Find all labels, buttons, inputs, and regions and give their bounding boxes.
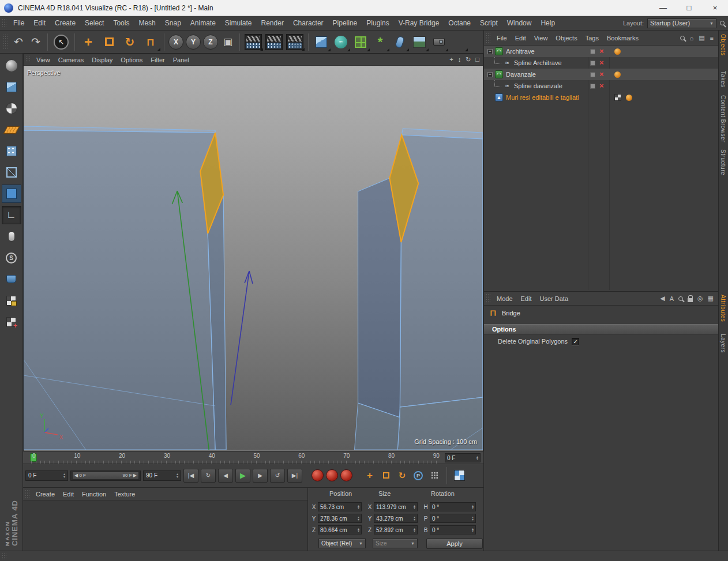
size-x-field[interactable]: X 113.979 cm▴▾: [367, 502, 418, 511]
search-icon[interactable]: [720, 21, 725, 25]
object-row-davanzale[interactable]: − ◠ Davanzale ×: [484, 69, 718, 80]
current-frame-field[interactable]: 0 F ▴▾: [445, 453, 481, 462]
move-tool-button[interactable]: +: [78, 33, 99, 51]
add-deformer-button[interactable]: [390, 32, 410, 52]
zoom-view-icon[interactable]: ↕: [458, 56, 461, 63]
size-mode-dropdown[interactable]: Size ▼: [373, 539, 418, 548]
spinner-icon[interactable]: ▴▾: [177, 473, 178, 478]
target-icon[interactable]: ◎: [697, 295, 703, 302]
render-picture-viewer-button[interactable]: [264, 33, 284, 51]
polygons-mode-button[interactable]: [2, 185, 21, 203]
add-mograph-button[interactable]: *: [370, 32, 390, 52]
menu-item[interactable]: Help: [536, 19, 560, 27]
attribute-manager-grip[interactable]: [486, 293, 491, 303]
spinner-icon[interactable]: ▴▾: [414, 504, 415, 510]
lock-texture-button[interactable]: [2, 291, 21, 310]
tab-attributes[interactable]: Attributes: [720, 295, 726, 322]
keyframe-presets-button[interactable]: [452, 469, 466, 482]
layers-icon[interactable]: ▤: [699, 34, 704, 42]
edges-mode-button[interactable]: [2, 163, 21, 182]
layout-dropdown[interactable]: Startup (User) ▼: [647, 18, 716, 28]
spinner-icon[interactable]: ▴▾: [476, 455, 478, 461]
make-editable-button[interactable]: [2, 57, 21, 75]
viewport-menu-item[interactable]: Cameras: [54, 57, 88, 63]
frame-start-field[interactable]: 0 F ▴▾: [25, 470, 68, 481]
spinner-icon[interactable]: ▴▾: [358, 504, 359, 510]
apply-button[interactable]: Apply: [426, 539, 483, 549]
key-position-toggle[interactable]: +: [363, 469, 377, 482]
rotation-b-field[interactable]: B 0 °▴▾: [423, 525, 476, 534]
camera-label[interactable]: Perspective: [27, 69, 60, 76]
spinner-icon[interactable]: ▴▾: [63, 473, 65, 478]
rotate-tool-button[interactable]: ↻: [119, 33, 140, 51]
material-manager-grip[interactable]: [25, 490, 30, 498]
phong-tag-icon[interactable]: [614, 48, 621, 55]
rotation-p-field[interactable]: P 0 °▴▾: [423, 514, 476, 523]
add-cube-button[interactable]: [312, 32, 331, 52]
tab-content-browser[interactable]: Content Browser: [720, 95, 726, 142]
history-back-icon[interactable]: ◀: [660, 295, 665, 302]
lock-x-axis-button[interactable]: X: [167, 33, 185, 51]
collapse-icon[interactable]: −: [487, 72, 493, 77]
object-manager-menu-item[interactable]: Edit: [511, 35, 530, 42]
spinner-icon[interactable]: ▴▾: [414, 528, 415, 533]
enable-axis-button[interactable]: ∟: [2, 206, 21, 224]
visibility-toggle[interactable]: [590, 61, 595, 66]
viewport-menu-item[interactable]: View: [32, 57, 54, 63]
play-button[interactable]: ▶: [235, 469, 250, 483]
texture-tag-icon[interactable]: [614, 94, 621, 101]
material-menu-item[interactable]: Edit: [59, 491, 78, 498]
lock-z-axis-button[interactable]: Z: [202, 33, 219, 51]
viewport-menu-item[interactable]: Filter: [147, 57, 168, 63]
viewport-menu-item[interactable]: Display: [88, 57, 117, 63]
menu-item[interactable]: Create: [50, 19, 80, 27]
menu-item[interactable]: V-Ray Bridge: [394, 19, 444, 27]
goto-end-button[interactable]: ▶|: [287, 469, 302, 483]
add-environment-button[interactable]: [410, 32, 429, 52]
spinner-icon[interactable]: ▴▾: [472, 528, 474, 533]
render-disable-icon[interactable]: ×: [599, 83, 604, 89]
phong-tag-icon[interactable]: [614, 71, 621, 78]
frame-end-field[interactable]: 90 F ▴▾: [143, 470, 181, 481]
material-menu-item[interactable]: Function: [78, 491, 110, 498]
object-row-muri[interactable]: ▲ Muri resi editabili e tagliati: [484, 92, 718, 103]
position-y-field[interactable]: Y 278.36 cm▴▾: [312, 514, 362, 523]
home-icon[interactable]: ⌂: [690, 35, 694, 42]
loop-button[interactable]: ↺: [270, 469, 285, 483]
search-icon[interactable]: [680, 36, 685, 40]
menu-item[interactable]: Plugins: [362, 19, 393, 27]
object-row-architrave[interactable]: − ◠ Architrave ×: [484, 46, 718, 57]
key-point-level-toggle[interactable]: [427, 469, 441, 482]
paint-setup-wizard-button[interactable]: [2, 270, 21, 288]
undo-button[interactable]: ↶: [10, 33, 27, 51]
viewport-solo-button[interactable]: [2, 227, 21, 246]
points-mode-button[interactable]: [2, 142, 21, 160]
preview-range-thumb[interactable]: ◀ 0 F 90 F ▶: [72, 472, 139, 480]
scale-tool-button[interactable]: [99, 33, 119, 51]
key-parameter-toggle[interactable]: P: [411, 469, 425, 482]
position-z-field[interactable]: Z 80.664 cm▴▾: [312, 525, 362, 534]
keyframe-selection-button[interactable]: [340, 469, 352, 481]
add-subdivision-surface-button[interactable]: [351, 32, 370, 52]
minimize-button[interactable]: —: [650, 0, 676, 16]
menu-item[interactable]: Animate: [186, 19, 220, 27]
render-disable-icon[interactable]: ×: [599, 48, 604, 54]
menu-item[interactable]: Tools: [108, 19, 134, 27]
play-backwards-button[interactable]: ↻: [201, 469, 216, 483]
menu-item[interactable]: Snap: [160, 19, 186, 27]
rotate-view-icon[interactable]: ↻: [466, 56, 471, 63]
visibility-toggle[interactable]: [590, 49, 595, 54]
timeline-ruler[interactable]: 0102030405060708090 0 F ▴▾: [23, 451, 483, 464]
spinner-icon[interactable]: ▴▾: [472, 516, 474, 521]
lock-icon[interactable]: [688, 298, 693, 302]
render-disable-icon[interactable]: ×: [599, 60, 604, 66]
last-tool-button[interactable]: ⊓: [140, 33, 161, 51]
object-manager-menu-item[interactable]: Objects: [551, 35, 581, 42]
render-view-button[interactable]: [243, 33, 264, 51]
redo-button[interactable]: ↷: [27, 33, 44, 51]
history-forward-icon[interactable]: A: [670, 295, 674, 302]
render-disable-icon[interactable]: ×: [599, 71, 604, 77]
visibility-toggle[interactable]: [590, 84, 595, 89]
menu-item[interactable]: Render: [257, 19, 288, 27]
options-section-header[interactable]: Options: [484, 324, 718, 334]
